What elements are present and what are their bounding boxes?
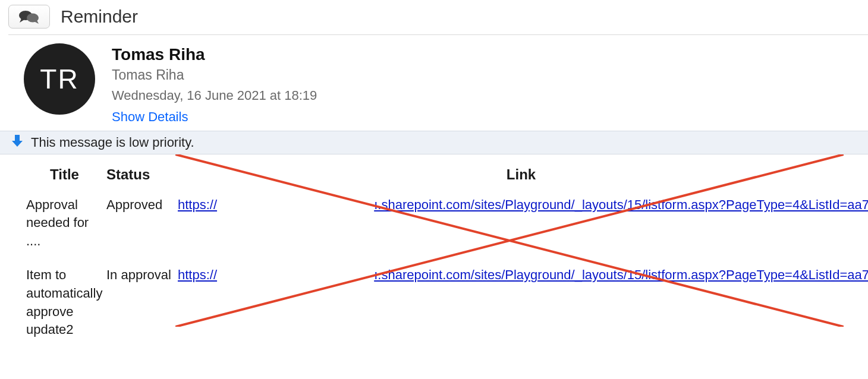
cell-link: https://XXXXXXXXXXXXXXXXXXı.sharepoint.c… [178, 194, 868, 264]
sharepoint-link[interactable]: https://XXXXXXXXXXXXXXXXXXı.sharepoint.c… [178, 197, 868, 212]
message-subject: Reminder [61, 7, 138, 27]
table-row: Item to automatically approve update2 In… [26, 264, 868, 352]
cell-status: In approval [106, 264, 178, 352]
message-header: Reminder [0, 0, 868, 34]
col-title: Title [26, 163, 106, 194]
sent-timestamp: Wednesday, 16 June 2021 at 18:19 [112, 88, 317, 103]
table-row: Approval needed for .... Approved https:… [26, 194, 868, 264]
cell-link: https://XXXXXXXXXXXXXXXXXXı.sharepoint.c… [178, 264, 868, 352]
avatar-initials: TR [40, 63, 78, 95]
sender-subtext: Tomas Riha [112, 67, 317, 83]
show-details-link[interactable]: Show Details [112, 109, 188, 125]
col-link: Link [178, 163, 868, 194]
sender-block: TR Tomas Riha Tomas Riha Wednesday, 16 J… [0, 35, 868, 126]
priority-banner: This message is low priority. [0, 131, 868, 154]
low-priority-icon [12, 135, 23, 150]
message-body: Title Status Link Approval needed for ..… [0, 154, 868, 353]
sender-name: Tomas Riha [112, 45, 317, 65]
avatar: TR [24, 43, 95, 115]
items-table: Title Status Link Approval needed for ..… [26, 163, 868, 353]
chat-bubbles-icon [18, 10, 40, 24]
back-button[interactable] [8, 5, 50, 29]
col-status: Status [106, 163, 178, 194]
sharepoint-link[interactable]: https://XXXXXXXXXXXXXXXXXXı.sharepoint.c… [178, 267, 868, 282]
cell-status: Approved [106, 194, 178, 264]
cell-title: Item to automatically approve update2 [26, 264, 106, 352]
priority-text: This message is low priority. [31, 135, 194, 150]
cell-title: Approval needed for .... [26, 194, 106, 264]
